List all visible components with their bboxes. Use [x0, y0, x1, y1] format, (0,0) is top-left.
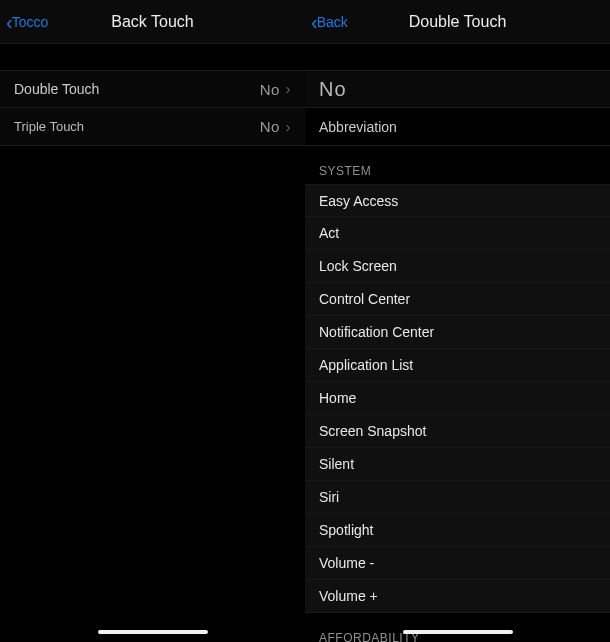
right-navbar: ‹ Back Double Touch: [305, 0, 610, 44]
right-title: Double Touch: [305, 13, 610, 31]
option-row[interactable]: Home: [305, 382, 610, 415]
option-row[interactable]: Spotlight: [305, 514, 610, 547]
option-label: Notification Center: [319, 324, 434, 340]
row-label: Double Touch: [14, 81, 99, 97]
back-button-right[interactable]: ‹ Back: [311, 12, 348, 32]
left-navbar: ‹ Tocco Back Touch: [0, 0, 305, 44]
option-row[interactable]: Volume -: [305, 547, 610, 580]
option-label: Siri: [319, 489, 339, 505]
left-list: Double Touch No › Triple Touch No ›: [0, 70, 305, 146]
row-value: No ›: [260, 118, 291, 135]
option-label: Volume +: [319, 588, 378, 604]
option-label: Application List: [319, 357, 413, 373]
option-row[interactable]: Volume +: [305, 580, 610, 613]
section-header-system: SYSTEM: [305, 146, 610, 184]
option-row[interactable]: Act: [305, 217, 610, 250]
option-label: Control Center: [319, 291, 410, 307]
back-label-left: Tocco: [12, 14, 49, 30]
row-value: No ›: [260, 81, 291, 98]
option-label: Silent: [319, 456, 354, 472]
option-label: Lock Screen: [319, 258, 397, 274]
row-label: Triple Touch: [14, 119, 84, 134]
option-row[interactable]: Screen Snapshot: [305, 415, 610, 448]
left-pane: ‹ Tocco Back Touch Double Touch No › Tri…: [0, 0, 305, 642]
chevron-right-icon: ›: [286, 119, 291, 135]
option-row[interactable]: Silent: [305, 448, 610, 481]
option-row[interactable]: Siri: [305, 481, 610, 514]
option-row[interactable]: Notification Center: [305, 316, 610, 349]
option-row[interactable]: Control Center: [305, 283, 610, 316]
right-pane: ‹ Back Double Touch No Abbreviation SYST…: [305, 0, 610, 642]
back-label-right: Back: [317, 14, 348, 30]
option-label: Spotlight: [319, 522, 373, 538]
option-row[interactable]: Easy Access: [305, 184, 610, 217]
row-triple-touch[interactable]: Triple Touch No ›: [0, 108, 305, 146]
option-row[interactable]: Application List: [305, 349, 610, 382]
option-row[interactable]: Lock Screen: [305, 250, 610, 283]
option-label: Easy Access: [319, 193, 398, 209]
back-button-left[interactable]: ‹ Tocco: [6, 12, 48, 32]
option-label: Act: [319, 225, 339, 241]
option-label: Volume -: [319, 555, 374, 571]
row-double-touch[interactable]: Double Touch No ›: [0, 70, 305, 108]
section-header-affordability: AFFORDABILITY: [305, 613, 610, 642]
home-indicator[interactable]: [403, 630, 513, 634]
option-label: Screen Snapshot: [319, 423, 426, 439]
home-indicator[interactable]: [98, 630, 208, 634]
option-label: Home: [319, 390, 356, 406]
current-value: No: [319, 78, 347, 101]
row-abbreviation[interactable]: Abbreviation: [305, 108, 610, 146]
chevron-right-icon: ›: [286, 81, 291, 97]
row-label: Abbreviation: [319, 119, 397, 135]
current-value-row[interactable]: No: [305, 70, 610, 108]
options-list: Easy AccessActLock ScreenControl CenterN…: [305, 184, 610, 613]
